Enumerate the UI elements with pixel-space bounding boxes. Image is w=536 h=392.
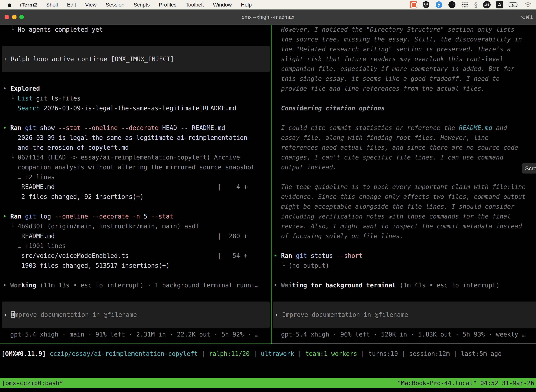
terminal-line: • Explored	[3, 84, 271, 93]
menu-item-profiles[interactable]: Profiles	[159, 2, 176, 8]
terminal-blank-line	[3, 74, 271, 84]
terminal-line: The team guideline is to back every impo…	[274, 182, 536, 192]
pane-bottom-border-left	[0, 344, 272, 344]
prompt-input-box[interactable]: › Improve documentation in @filename	[2, 302, 270, 328]
terminal-line: • Ran git log --oneline --decorate -n 5 …	[3, 211, 271, 221]
macos-menu-bar: iTerm2ShellEditViewSessionScriptsProfile…	[0, 0, 536, 9]
tooltip-label: Scre	[525, 165, 536, 172]
terminal-line: src/voice/voiceModeEnabled.ts | 54 +	[3, 251, 271, 261]
terminal-line: Search 2026-03-09-is-legal-the-same-as-l…	[3, 103, 271, 113]
terminal-line: might be acceptable alongside the file l…	[274, 202, 536, 211]
terminal-line: companion file, especially if more comme…	[274, 64, 536, 74]
tmux-host-clock: "MacBook-Pro-44.local" 04:52 31-Mar-26	[397, 379, 534, 387]
terminal-line: slight risk that future readers may over…	[274, 54, 536, 64]
tmux-pane-right[interactable]: However, I noticed the "Directory Struct…	[272, 25, 536, 344]
terminal-line: README.md | 280 +	[3, 231, 271, 241]
screen: iTerm2ShellEditViewSessionScriptsProfile…	[0, 0, 536, 392]
window-title-bar: omx --xhigh --madmax ⌥⌘1	[0, 9, 536, 25]
terminal-line: └ No agents completed yet	[3, 25, 271, 34]
badge-61-icon[interactable]: ..61	[483, 1, 491, 9]
terminal-line: the source tree, missing the essay. Stil…	[274, 34, 536, 44]
apple-menu-icon[interactable]	[7, 2, 13, 8]
menu-items: iTerm2ShellEditViewSessionScriptsProfile…	[20, 2, 252, 8]
terminal-line: this single essay, it seems like a good …	[274, 74, 536, 84]
a-badge-icon[interactable]: A	[496, 1, 503, 9]
window-shortcut-badge: ⌥⌘1	[519, 14, 533, 20]
wifi-icon[interactable]	[524, 2, 532, 8]
prompt-row: › Ralph loop active continue [OMX_TMUX_I…	[3, 44, 271, 74]
terminal-line: of focusing solely on file lines.	[274, 231, 536, 241]
terminal-blank-line	[274, 113, 536, 123]
menu-item-edit[interactable]: Edit	[67, 2, 76, 8]
terminal-line: 2 files changed, 92 insertions(+)	[3, 192, 271, 202]
terminal-line: and-the-erosion-of-copyleft.md	[3, 143, 271, 152]
minimize-window-button[interactable]	[12, 15, 17, 19]
prompt-input-box[interactable]: › Improve documentation in @filename	[273, 302, 536, 328]
terminal-line: └ 067f154 (HEAD -> essay/ai-reimplementa…	[3, 152, 271, 162]
menu-status-icons: § ..61 A	[410, 1, 532, 9]
terminal-line: 1903 files changed, 513517 insertions(+)	[3, 261, 271, 271]
terminal-blank-line	[3, 290, 271, 300]
tmux-session-label[interactable]: [omx-cczip0:bash*	[2, 379, 63, 387]
close-window-button[interactable]	[5, 15, 9, 19]
squiggle-icon[interactable]: §	[474, 1, 478, 9]
prompt-row: › Improve documentation in @filename	[274, 300, 536, 330]
terminal-line: • Waiting for background terminal (1m 41…	[274, 280, 536, 290]
terminal-line: including verification notes with those …	[274, 211, 536, 221]
prompt-input-box[interactable]: › Ralph loop active continue [OMX_TMUX_I…	[2, 46, 270, 72]
terminal-blank-line	[274, 241, 536, 251]
terminal-line: output instead.	[274, 162, 536, 172]
tmux-pane-left[interactable]: └ No agents completed yet› Ralph loop ac…	[0, 25, 271, 344]
terminal-blank-line	[3, 202, 271, 211]
terminal-line: I could cite commit statistics or refere…	[274, 123, 536, 133]
menu-item-session[interactable]: Session	[106, 2, 124, 8]
pane-bottom-border-right	[272, 344, 536, 344]
terminal-line: provide file and line references from th…	[274, 84, 536, 93]
terminal-line: … +2 lines	[3, 172, 271, 182]
terminal-line: evidence. Since this change only affects…	[274, 192, 536, 202]
menu-item-scripts[interactable]: Scripts	[134, 2, 150, 8]
keypad-shield-icon[interactable]	[422, 1, 430, 9]
terminal-line: essay file, along with finding root file…	[274, 133, 536, 143]
terminal-blank-line	[274, 93, 536, 103]
tmux-status-bar: [omx-cczip0:bash* "MacBook-Pro-44.local"…	[0, 378, 536, 388]
terminal-blank-line	[274, 172, 536, 182]
terminal-blank-line	[274, 271, 536, 280]
menu-item-window[interactable]: Window	[213, 2, 232, 8]
terminal-line: … +1901 lines	[3, 241, 271, 251]
menu-item-shell[interactable]: Shell	[46, 2, 58, 8]
terminal-line: gpt-5.4 xhigh · 96% left · 520K in · 5.8…	[274, 330, 536, 339]
terminal-line: └ List git ls-files	[3, 93, 271, 103]
terminal-line: └ (no output)	[274, 261, 536, 271]
terminal-line: companion analysis without altering the …	[3, 162, 271, 172]
terminal-line: • Ran git show --stat --oneline --decora…	[3, 123, 271, 133]
dots-grid-icon[interactable]	[461, 1, 469, 9]
moon-circle-icon[interactable]	[448, 1, 456, 9]
menu-item-iterm2[interactable]: iTerm2	[20, 2, 37, 8]
menu-item-toolbelt[interactable]: Toolbelt	[186, 2, 204, 8]
bolt-shield-icon[interactable]	[435, 1, 443, 9]
terminal-blank-line	[3, 34, 271, 44]
terminal-line: gpt-5.4 xhigh · main · 91% left · 2.31M …	[3, 330, 271, 339]
terminal-area: └ No agents completed yet› Ralph loop ac…	[0, 25, 536, 344]
terminal-line: README.md | 4 +	[3, 182, 271, 192]
traffic-lights	[5, 9, 24, 25]
zoom-window-button[interactable]	[19, 15, 24, 19]
terminal-line: changes, I can't cite specific file line…	[274, 152, 536, 162]
terminal-line: However, I noticed the "Directory Struct…	[274, 25, 536, 34]
omx-status-line: [OMX#0.11.9] cczip/essay/ai-reimplementa…	[0, 349, 536, 359]
menu-item-view[interactable]: View	[85, 2, 96, 8]
chat-app-icon[interactable]	[410, 1, 417, 9]
menu-item-help[interactable]: Help	[241, 2, 252, 8]
prompt-row: › Improve documentation in @filename	[3, 300, 271, 330]
terminal-line: Considering citation options	[274, 103, 536, 113]
screen-tooltip: Scre	[522, 163, 536, 173]
window-title: omx --xhigh --madmax	[242, 14, 294, 20]
terminal-line: review. Also, I might want to inspect th…	[274, 221, 536, 231]
terminal-blank-line	[3, 113, 271, 123]
battery-icon[interactable]	[509, 2, 519, 7]
terminal-line: references need actual files, and since …	[274, 143, 536, 152]
terminal-line: • Ran git status --short	[274, 251, 536, 261]
terminal-line: • Working (11m 13s • esc to interrupt) ·…	[3, 280, 271, 290]
terminal-blank-line	[3, 271, 271, 280]
